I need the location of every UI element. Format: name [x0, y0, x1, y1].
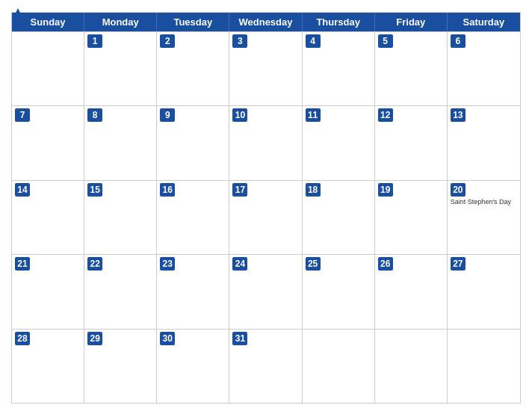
- day-number: 5: [378, 34, 393, 48]
- day-cell: 17: [229, 181, 302, 254]
- day-cell: 30: [157, 330, 229, 403]
- week-row-3: 14151617181920Saint Stephen's Day: [12, 180, 520, 254]
- day-number: 14: [15, 183, 30, 197]
- day-number: 3: [232, 34, 247, 48]
- day-number: 19: [378, 183, 393, 197]
- day-cell: 4: [303, 32, 375, 105]
- day-number: 11: [306, 108, 321, 122]
- day-header-wednesday: Wednesday: [229, 13, 302, 31]
- day-number: 22: [87, 257, 102, 271]
- day-cell: 3: [229, 32, 302, 105]
- day-number: 18: [306, 183, 321, 197]
- day-cell: 9: [157, 106, 229, 179]
- day-number: 21: [15, 257, 30, 271]
- day-cell: 12: [375, 106, 448, 179]
- week-row-5: 28293031: [12, 329, 520, 403]
- day-cell: 20Saint Stephen's Day: [448, 181, 520, 254]
- day-number: 23: [160, 257, 175, 271]
- day-cell: 29: [84, 330, 157, 403]
- day-number: 8: [87, 108, 102, 122]
- day-number: 27: [451, 257, 466, 271]
- day-number: 12: [378, 108, 393, 122]
- day-cell: [12, 32, 84, 105]
- week-row-1: 123456: [12, 31, 520, 105]
- day-cell: 28: [12, 330, 84, 403]
- day-header-friday: Friday: [375, 13, 448, 31]
- day-number: 4: [306, 34, 321, 48]
- day-cell: 16: [157, 181, 229, 254]
- day-cell: [375, 330, 448, 403]
- day-headers-row: SundayMondayTuesdayWednesdayThursdayFrid…: [12, 13, 520, 31]
- day-cell: 10: [229, 106, 302, 179]
- day-cell: 21: [12, 255, 84, 328]
- day-number: 10: [232, 108, 247, 122]
- day-cell: 8: [84, 106, 157, 179]
- day-number: 16: [160, 183, 175, 197]
- day-cell: 13: [448, 106, 520, 179]
- day-number: 15: [87, 183, 102, 197]
- day-cell: 22: [84, 255, 157, 328]
- day-cell: 7: [12, 106, 84, 179]
- day-number: 28: [15, 332, 30, 345]
- day-number: 17: [232, 183, 247, 197]
- day-cell: [303, 330, 375, 403]
- day-number: 13: [451, 108, 466, 122]
- day-cell: 19: [375, 181, 448, 254]
- day-number: 9: [160, 108, 175, 122]
- day-cell: 2: [157, 32, 229, 105]
- week-row-2: 78910111213: [12, 105, 520, 179]
- day-cell: 26: [375, 255, 448, 328]
- day-header-saturday: Saturday: [448, 13, 520, 31]
- logo: [11, 7, 23, 18]
- day-cell: 6: [448, 32, 520, 105]
- logo-icon: [13, 7, 23, 18]
- day-number: 7: [15, 108, 30, 122]
- week-row-4: 21222324252627: [12, 254, 520, 328]
- day-cell: 25: [303, 255, 375, 328]
- day-number: 25: [306, 257, 321, 271]
- weeks-container: 1234567891011121314151617181920Saint Ste…: [12, 31, 520, 403]
- day-number: 24: [232, 257, 247, 271]
- holiday-text: Saint Stephen's Day: [451, 198, 517, 206]
- day-cell: 11: [303, 106, 375, 179]
- day-cell: [448, 330, 520, 403]
- day-cell: 31: [229, 330, 302, 403]
- svg-marker-0: [13, 8, 22, 17]
- day-cell: 27: [448, 255, 520, 328]
- day-cell: 5: [375, 32, 448, 105]
- day-header-monday: Monday: [84, 13, 157, 31]
- day-header-thursday: Thursday: [303, 13, 375, 31]
- calendar-container: SundayMondayTuesdayWednesdayThursdayFrid…: [0, 0, 532, 411]
- day-number: 30: [160, 332, 175, 345]
- day-number: 6: [451, 34, 466, 48]
- day-cell: 1: [84, 32, 157, 105]
- day-number: 2: [160, 34, 175, 48]
- day-number: 29: [87, 332, 102, 345]
- day-number: 31: [232, 332, 247, 345]
- day-cell: 24: [229, 255, 302, 328]
- logo-blue-text: [11, 7, 23, 18]
- day-number: 1: [87, 34, 102, 48]
- calendar-grid: SundayMondayTuesdayWednesdayThursdayFrid…: [11, 12, 521, 404]
- day-cell: 23: [157, 255, 229, 328]
- day-cell: 15: [84, 181, 157, 254]
- day-number: 20: [451, 183, 466, 197]
- day-number: 26: [378, 257, 393, 271]
- day-cell: 14: [12, 181, 84, 254]
- day-cell: 18: [303, 181, 375, 254]
- day-header-tuesday: Tuesday: [157, 13, 229, 31]
